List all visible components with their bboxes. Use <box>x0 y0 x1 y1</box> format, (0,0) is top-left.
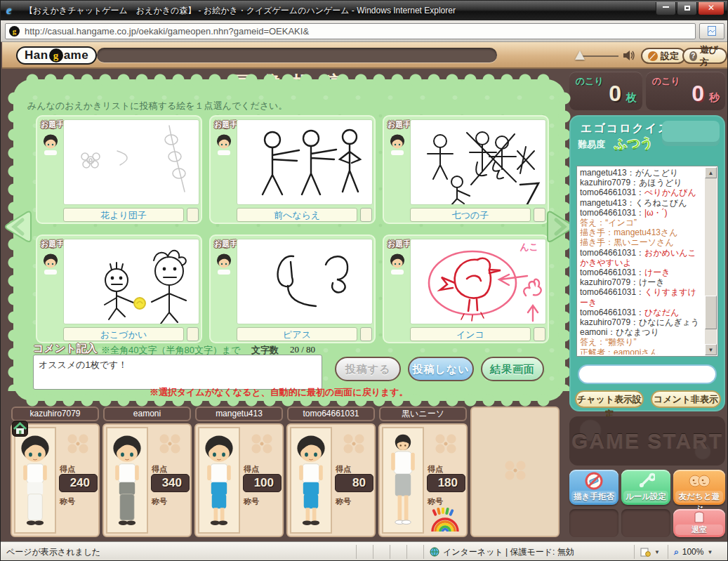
magnifier-icon: ⌕ <box>674 547 679 557</box>
empty-slot-panel <box>470 407 560 537</box>
reject-artist-button[interactable]: 描き手拒否 <box>569 470 618 505</box>
dont-submit-button[interactable]: 投稿しない <box>408 357 474 381</box>
scroll-thumb[interactable] <box>705 296 717 329</box>
compatibility-view-button[interactable] <box>699 23 724 39</box>
door-icon <box>673 510 725 524</box>
score-label: 得点 <box>428 464 443 475</box>
drawing-canvas[interactable] <box>237 239 373 324</box>
rule-settings-button[interactable]: ルール設定 <box>621 470 670 505</box>
window-titlebar[interactable]: e 【おえかきチャットゲーム おえかきの森】 - お絵かき・クイズゲームのハンゲ… <box>1 1 728 20</box>
address-field[interactable]: g <box>5 23 696 39</box>
drawing-card[interactable]: 描き手 んこ <box>383 235 549 343</box>
player-name: 黒いニーソ <box>379 407 467 421</box>
zoom-segment[interactable]: ⌕ 100% ▼ <box>668 545 728 559</box>
title-label: 称号 <box>428 496 443 507</box>
dropdown-arrow-icon: ▼ <box>707 549 713 555</box>
player-card[interactable]: 黒いニーソ 得点 180 称号 <box>378 407 468 537</box>
player-name: kazuhiro7079 <box>11 407 99 421</box>
hangame-logo[interactable]: Hangame <box>16 46 97 65</box>
select-checkbox[interactable] <box>534 327 545 341</box>
score-label: 得点 <box>60 464 75 475</box>
chat-input[interactable] <box>578 364 717 384</box>
remaining-sheets-counter: のこり 0 枚 <box>569 72 642 110</box>
player-avatar <box>290 427 332 534</box>
drawing-canvas[interactable] <box>237 119 373 205</box>
empty-action-slot <box>621 509 670 537</box>
drawing-sketch <box>237 239 373 324</box>
browser-window: e 【おえかきチャットゲーム おえかきの森】 - お絵かき・クイズゲームのハンゲ… <box>0 0 728 561</box>
question-icon: ? <box>689 51 697 61</box>
chat-message: kazuhiro7079：あほうどり <box>580 178 703 187</box>
drawing-canvas[interactable] <box>63 239 199 324</box>
internet-globe-icon <box>430 547 439 557</box>
zoom-level: 100% <box>682 547 704 557</box>
leave-room-label: 退室 <box>675 524 723 535</box>
scroll-down-button[interactable]: ▼ <box>705 344 717 355</box>
select-checkbox[interactable] <box>534 208 545 222</box>
player-card-body: 得点 240 称号 <box>11 423 100 537</box>
select-checkbox[interactable] <box>360 208 372 222</box>
leave-room-button[interactable]: 退室 <box>673 509 725 537</box>
chat-log[interactable]: mangetu413：がんこどりkazuhiro7079：あほうどりtomo64… <box>576 166 718 357</box>
select-checkbox[interactable] <box>360 327 372 341</box>
artist-avatar <box>41 133 60 155</box>
drawing-card[interactable]: 描き手 お題 前へならえ <box>209 115 376 224</box>
chat-header-tab[interactable] <box>662 121 720 146</box>
play-with-friends-button[interactable]: 友だちと遊ぶ <box>673 470 725 505</box>
scallop-border <box>23 74 555 86</box>
maximize-button[interactable] <box>677 2 697 15</box>
player-card-body: 得点 80 称号 <box>286 423 376 537</box>
page-options-segment[interactable]: ▼ <box>635 545 668 559</box>
instruction-text: みんなのおえかきリストに投稿する絵を１点選んでください。 <box>27 100 287 112</box>
title-label: 称号 <box>152 496 167 507</box>
player-card[interactable]: kazuhiro7079 得点 240 称号 <box>11 407 100 537</box>
chat-display-settings-button[interactable]: チャット表示設定 <box>575 390 644 408</box>
seconds-unit: 秒 <box>709 91 720 105</box>
drawing-canvas[interactable] <box>63 119 199 205</box>
minimize-button[interactable] <box>656 2 676 15</box>
drawing-card[interactable]: 描き手 お題 ピアス <box>209 235 376 343</box>
how-to-play-label: 遊び方 <box>700 44 721 69</box>
volume-slider-thumb[interactable] <box>575 51 585 60</box>
player-card[interactable]: tomo64661031 得点 80 称号 <box>286 407 376 537</box>
player-score: 80 <box>335 474 373 492</box>
how-to-play-button[interactable]: ? 遊び方 <box>682 48 727 64</box>
select-checkbox[interactable] <box>187 327 199 341</box>
player-score: 340 <box>151 474 190 492</box>
close-button[interactable]: ✕ <box>698 2 724 15</box>
wrench-icon: ／ <box>648 51 658 61</box>
scroll-up-button[interactable]: ▲ <box>705 167 717 178</box>
difficulty-label: 難易度 <box>578 138 605 151</box>
chat-scrollbar[interactable]: ▲ ▼ <box>705 167 717 355</box>
drawing-canvas[interactable]: んこ <box>410 239 546 324</box>
drawing-canvas[interactable] <box>410 119 546 205</box>
player-card[interactable]: mangetu413 得点 100 称号 <box>194 407 284 537</box>
topic-label: お題 <box>214 119 230 130</box>
chat-message: 描き手：黒いニーソさん <box>580 237 703 247</box>
comment-input[interactable]: オススメの1枚です！ <box>33 355 322 390</box>
select-checkbox[interactable] <box>187 208 199 222</box>
prev-page-arrow[interactable] <box>4 209 32 245</box>
result-screen-button[interactable]: 結果画面 <box>481 357 544 381</box>
game-start-button[interactable]: GAME START <box>569 416 725 466</box>
status-segment <box>390 545 407 559</box>
drawing-sketch <box>237 120 373 205</box>
submit-button[interactable]: 投稿する <box>335 357 401 381</box>
chat-message: 描き手：mangetu413さん <box>580 227 703 237</box>
window-title: 【おえかきチャットゲーム おえかきの森】 - お絵かき・クイズゲームのハンゲーム… <box>25 5 456 17</box>
clover-ornament <box>500 458 531 484</box>
rule-settings-label: ルール設定 <box>623 491 668 503</box>
drawing-card[interactable]: 描き手 お題 七つの子 <box>383 115 549 224</box>
speaker-icon[interactable] <box>623 50 635 61</box>
chat-panel: エゴコロクイズ 難易度 ふつう mangetu413：がんこどりkazuhiro… <box>569 115 725 411</box>
clover-ornament <box>430 432 461 457</box>
settings-button[interactable]: ／ 設定 <box>641 48 686 64</box>
url-input[interactable] <box>23 25 691 37</box>
hide-comments-button[interactable]: コメント非表示 <box>651 390 721 408</box>
status-segment <box>373 545 390 559</box>
drawing-card[interactable]: 描き手 お題 花より団子 <box>36 115 202 224</box>
chat-message: tomo64661031：ひなだん <box>580 308 703 317</box>
security-zone-text: インターネット | 保護モード: 無効 <box>443 546 574 558</box>
drawing-card[interactable]: 描き手 お題 おこづかい <box>36 235 202 343</box>
player-card[interactable]: eamoni 得点 340 称号 <box>102 407 192 537</box>
